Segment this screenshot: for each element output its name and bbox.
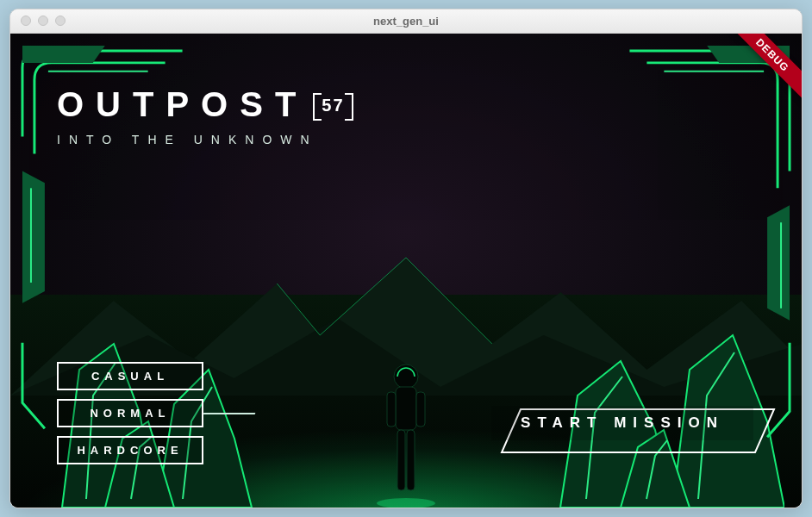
window-titlebar: next_gen_ui xyxy=(10,9,802,34)
game-viewport: DEBUG OUTPOST 57 INTO THE UNKNOWN CASUAL… xyxy=(10,34,802,508)
window-title: next_gen_ui xyxy=(10,15,802,28)
difficulty-option-casual[interactable]: CASUAL xyxy=(57,362,203,390)
app-window: next_gen_ui xyxy=(9,9,803,508)
svg-marker-16 xyxy=(707,46,790,63)
close-icon[interactable] xyxy=(21,16,31,26)
game-title: OUTPOST xyxy=(57,85,308,124)
minimize-icon[interactable] xyxy=(38,16,48,26)
window-controls xyxy=(21,16,66,26)
svg-marker-15 xyxy=(22,46,105,63)
player-character xyxy=(372,352,440,508)
difficulty-option-normal[interactable]: NORMAL xyxy=(57,399,203,427)
title-block: OUTPOST 57 INTO THE UNKNOWN xyxy=(57,85,350,146)
svg-rect-10 xyxy=(396,387,416,430)
svg-rect-12 xyxy=(416,392,425,427)
svg-point-8 xyxy=(377,498,435,508)
foreground-rocks-right xyxy=(526,266,784,508)
difficulty-selector: CASUAL NORMAL HARDCORE xyxy=(57,362,203,464)
game-subtitle: INTO THE UNKNOWN xyxy=(57,133,350,146)
difficulty-option-hardcore[interactable]: HARDCORE xyxy=(57,436,203,464)
svg-rect-14 xyxy=(407,430,415,490)
debug-badge: DEBUG xyxy=(724,34,802,103)
start-mission-button[interactable]: START MISSION xyxy=(491,406,753,440)
svg-rect-13 xyxy=(397,430,405,490)
zoom-icon[interactable] xyxy=(55,16,66,26)
svg-rect-11 xyxy=(387,392,396,427)
game-number-badge: 57 xyxy=(316,93,349,117)
